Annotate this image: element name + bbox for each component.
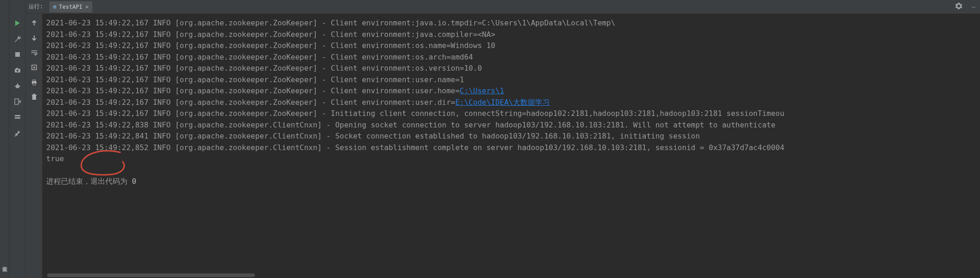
run-tool-window: 运行: ▦ TestAPI × — <box>26 0 980 278</box>
svg-rect-16 <box>32 95 36 96</box>
camera-icon[interactable] <box>12 65 23 76</box>
tab-title: TestAPI <box>59 4 83 10</box>
gear-icon[interactable] <box>950 2 967 11</box>
console-output[interactable]: 2021-06-23 15:49:22,167 INFO [org.apache… <box>42 14 980 278</box>
svg-rect-1 <box>15 52 20 57</box>
soft-wrap-icon[interactable] <box>29 47 40 58</box>
log-link[interactable]: C:\Users\1 <box>460 86 504 95</box>
svg-rect-11 <box>15 117 20 119</box>
stop-icon[interactable] <box>12 49 23 60</box>
console-toolbar <box>26 14 42 278</box>
down-icon[interactable] <box>29 32 40 43</box>
horizontal-scrollbar[interactable] <box>42 272 980 278</box>
log-link[interactable]: E:\Code\IDEA\大数据学习 <box>455 98 550 107</box>
print-icon[interactable] <box>29 77 40 88</box>
file-icon: ▦ <box>53 4 56 10</box>
exit-icon[interactable] <box>12 96 23 107</box>
close-icon[interactable]: × <box>85 3 89 10</box>
svg-rect-14 <box>33 83 36 85</box>
wrench-icon[interactable] <box>12 33 23 44</box>
svg-rect-17 <box>33 94 35 95</box>
trash-icon[interactable] <box>29 91 40 103</box>
ide-left-stripe: 收藏夹 ★ <box>0 0 9 278</box>
run-tab[interactable]: ▦ TestAPI × <box>49 1 92 12</box>
run-icon[interactable] <box>12 18 23 29</box>
svg-rect-10 <box>15 115 20 116</box>
svg-rect-9 <box>15 99 18 104</box>
svg-rect-15 <box>32 96 36 100</box>
scroll-thumb[interactable] <box>47 273 255 277</box>
run-primary-toolbar <box>9 0 26 278</box>
star-icon[interactable]: ★ <box>2 266 6 273</box>
run-tabbar: 运行: ▦ TestAPI × — <box>26 0 980 14</box>
svg-rect-4 <box>16 68 18 69</box>
run-label: 运行: <box>29 3 43 11</box>
debug-icon[interactable] <box>12 80 23 91</box>
pin-icon[interactable] <box>12 127 23 139</box>
scroll-to-end-icon[interactable] <box>29 62 40 73</box>
layout-icon[interactable] <box>12 112 23 123</box>
up-icon[interactable] <box>29 18 40 29</box>
svg-marker-0 <box>15 20 20 26</box>
svg-point-3 <box>17 70 18 72</box>
svg-point-5 <box>16 85 19 88</box>
hide-icon[interactable]: — <box>967 3 980 10</box>
svg-rect-13 <box>33 80 36 81</box>
